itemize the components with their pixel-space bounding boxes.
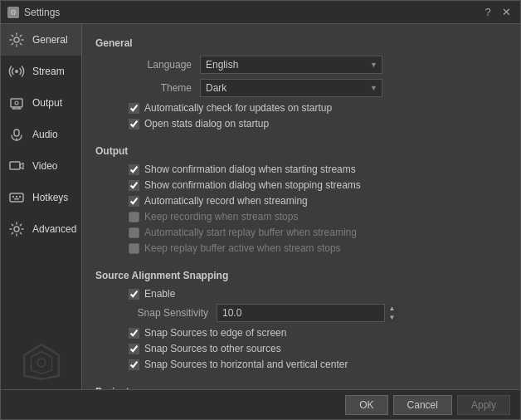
- svg-rect-8: [16, 196, 17, 198]
- auto-record-row: Automatically record when streaming: [95, 195, 507, 207]
- auto-replay-buffer-row: Automatically start replay buffer when s…: [95, 227, 507, 238]
- svg-rect-5: [10, 162, 20, 169]
- sidebar: General Stream: [1, 24, 82, 389]
- auto-record-checkbox[interactable]: [129, 196, 139, 207]
- hotkeys-label: Hotkeys: [32, 192, 68, 203]
- spinbox-up-button[interactable]: ▲: [385, 304, 399, 313]
- open-stats-dialog-row: Open stats dialog on startup: [95, 118, 507, 129]
- theme-select-wrapper: Dark: [200, 79, 382, 97]
- sidebar-item-advanced[interactable]: Advanced: [1, 213, 81, 245]
- advanced-icon: [7, 220, 26, 238]
- show-confirm-stop-checkbox[interactable]: [129, 180, 139, 191]
- snap-to-sources-checkbox[interactable]: [129, 344, 139, 354]
- settings-window: ⚙ Settings ? ✕ General: [0, 0, 521, 420]
- stream-label: Stream: [32, 66, 65, 77]
- enable-snapping-label: Enable: [144, 288, 175, 300]
- title-controls: ? ✕: [480, 5, 514, 20]
- auto-record-label: Automatically record when streaming: [144, 195, 308, 207]
- keep-replay-buffer-label: Keep replay buffer active when stream st…: [144, 242, 341, 254]
- snap-to-sources-label: Snap Sources to other sources: [144, 343, 281, 354]
- show-confirm-stop-label: Show confirmation dialog when stopping s…: [144, 179, 361, 191]
- general-icon: [7, 31, 26, 49]
- show-confirm-start-row: Show confirmation dialog when starting s…: [95, 164, 507, 175]
- footer: OK Cancel Apply: [1, 389, 520, 419]
- svg-point-1: [15, 70, 18, 73]
- sidebar-item-audio[interactable]: Audio: [1, 119, 81, 150]
- keep-recording-checkbox: [129, 212, 139, 222]
- svg-rect-2: [11, 99, 22, 107]
- language-label: Language: [109, 59, 192, 71]
- snap-to-center-row: Snap Sources to horizontal and vertical …: [95, 359, 507, 370]
- source-alignment-section-header: Source Alignment Snapping: [95, 270, 507, 281]
- language-select-wrapper: English: [200, 56, 382, 74]
- snap-sensitivity-input[interactable]: [217, 304, 399, 322]
- open-stats-dialog-label: Open stats dialog on startup: [144, 118, 269, 129]
- keep-recording-row: Keep recording when stream stops: [95, 211, 507, 222]
- window-title: Settings: [24, 7, 480, 18]
- open-stats-dialog-checkbox[interactable]: [129, 119, 139, 129]
- hotkeys-icon: [7, 188, 26, 207]
- spinbox-down-button[interactable]: ▼: [385, 313, 399, 322]
- main-content: General Stream: [1, 24, 520, 389]
- svg-rect-7: [12, 196, 14, 198]
- close-button[interactable]: ✕: [499, 5, 514, 20]
- svg-point-11: [14, 227, 19, 232]
- app-icon: ⚙: [7, 7, 19, 18]
- snap-sensitivity-spinbox: ▲ ▼: [217, 304, 399, 322]
- output-label: Output: [32, 97, 62, 109]
- svg-point-0: [14, 37, 19, 42]
- snap-to-edge-row: Snap Sources to edge of screen: [95, 327, 507, 339]
- sidebar-item-output[interactable]: Output: [1, 87, 81, 119]
- auto-replay-buffer-checkbox: [129, 227, 139, 238]
- audio-icon: [7, 125, 26, 144]
- title-bar: ⚙ Settings ? ✕: [1, 1, 520, 24]
- sidebar-item-stream[interactable]: Stream: [1, 56, 81, 87]
- theme-row: Theme Dark: [95, 79, 507, 97]
- snap-sensitivity-row: Snap Sensitivity ▲ ▼: [95, 304, 507, 322]
- language-select[interactable]: English: [200, 56, 382, 74]
- keep-replay-buffer-row: Keep replay buffer active when stream st…: [95, 242, 507, 254]
- output-section-header: Output: [95, 145, 507, 157]
- theme-label: Theme: [109, 82, 192, 94]
- video-icon: [7, 157, 26, 175]
- ok-button[interactable]: OK: [345, 395, 387, 415]
- cancel-button[interactable]: Cancel: [393, 395, 452, 415]
- show-confirm-start-checkbox[interactable]: [129, 164, 139, 175]
- show-confirm-stop-row: Show confirmation dialog when stopping s…: [95, 179, 507, 191]
- spinbox-arrows: ▲ ▼: [384, 304, 399, 322]
- snap-to-center-checkbox[interactable]: [129, 359, 139, 370]
- enable-snapping-checkbox[interactable]: [129, 289, 139, 300]
- sidebar-watermark: [1, 245, 81, 389]
- svg-rect-9: [19, 196, 21, 198]
- advanced-label: Advanced: [32, 223, 76, 235]
- help-button[interactable]: ?: [480, 5, 495, 20]
- snap-sensitivity-label: Snap Sensitivity: [109, 307, 208, 319]
- svg-point-14: [37, 359, 46, 367]
- sidebar-item-video[interactable]: Video: [1, 150, 81, 182]
- snap-to-sources-row: Snap Sources to other sources: [95, 343, 507, 354]
- svg-point-3: [15, 101, 18, 105]
- main-panel: General Language English Theme Dark: [82, 24, 520, 389]
- auto-check-updates-label: Automatically check for updates on start…: [144, 102, 332, 114]
- auto-check-updates-checkbox[interactable]: [129, 103, 139, 114]
- apply-button[interactable]: Apply: [457, 395, 510, 415]
- language-row: Language English: [95, 56, 507, 74]
- snap-to-center-label: Snap Sources to horizontal and vertical …: [144, 359, 348, 370]
- general-label: General: [32, 34, 68, 46]
- svg-rect-10: [14, 198, 19, 200]
- auto-check-updates-row: Automatically check for updates on start…: [95, 102, 507, 114]
- auto-replay-buffer-label: Automatically start replay buffer when s…: [144, 227, 357, 238]
- keep-replay-buffer-checkbox: [129, 243, 139, 254]
- show-confirm-start-label: Show confirmation dialog when starting s…: [144, 164, 356, 175]
- output-icon: [7, 94, 26, 112]
- stream-icon: [7, 62, 26, 81]
- sidebar-item-general[interactable]: General: [1, 24, 81, 56]
- snap-to-edge-checkbox[interactable]: [129, 328, 139, 339]
- video-label: Video: [32, 160, 57, 172]
- keep-recording-label: Keep recording when stream stops: [144, 211, 298, 222]
- snap-to-edge-label: Snap Sources to edge of screen: [144, 327, 286, 339]
- svg-marker-13: [31, 352, 51, 374]
- svg-rect-4: [14, 129, 19, 136]
- theme-select[interactable]: Dark: [200, 79, 382, 97]
- sidebar-item-hotkeys[interactable]: Hotkeys: [1, 182, 81, 213]
